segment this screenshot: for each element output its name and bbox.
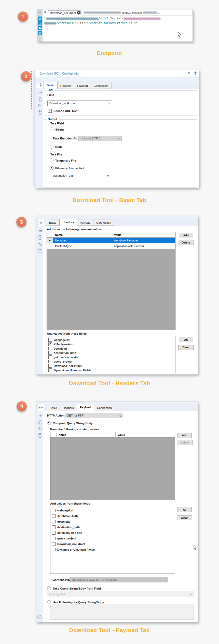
add-button[interactable]: Add bbox=[179, 233, 193, 238]
field-option-row[interactable]: X-Tableau-Auth bbox=[48, 342, 175, 346]
field-option-row[interactable]: Download_noExtract bbox=[52, 541, 175, 547]
field-option-row[interactable]: destination_path bbox=[52, 524, 175, 530]
tab-payload[interactable]: Payload bbox=[77, 220, 94, 226]
code-icon[interactable]: </> bbox=[38, 413, 43, 418]
all-button[interactable]: All bbox=[179, 337, 193, 342]
clear-field-icon[interactable]: × bbox=[77, 11, 80, 15]
delete-button[interactable]: Delete bbox=[178, 240, 194, 245]
help-icon[interactable]: ? bbox=[37, 433, 43, 438]
filename-field-dropdown[interactable]: destination_path∨ bbox=[51, 173, 111, 178]
field-checkbox[interactable] bbox=[52, 531, 56, 535]
add-button[interactable]: Add bbox=[177, 433, 192, 438]
open-folder-icon[interactable] bbox=[38, 26, 42, 30]
field-checkbox[interactable] bbox=[48, 342, 52, 346]
field-option-row[interactable]: Dynamic or Unknown Fields bbox=[48, 368, 175, 372]
row-value-cell[interactable]: workbook-filename bbox=[112, 238, 175, 243]
field-checkbox[interactable] bbox=[52, 537, 56, 540]
tab-basic[interactable]: Basic bbox=[46, 220, 59, 226]
field-option-row[interactable]: get users on a site bbox=[52, 530, 175, 536]
fx-icon[interactable]: fx bbox=[38, 17, 42, 21]
url-field-dropdown[interactable]: Download_noExtract∨ bbox=[47, 101, 112, 106]
field-checkbox[interactable] bbox=[48, 351, 52, 355]
configuration-gear-icon[interactable] bbox=[37, 404, 44, 411]
delete-button[interactable]: Delete bbox=[177, 440, 193, 445]
field-checkbox[interactable] bbox=[48, 360, 52, 363]
help-icon[interactable]: ? bbox=[37, 248, 43, 253]
field-option-row[interactable]: webpageUrl bbox=[48, 338, 175, 342]
pin-icon[interactable] bbox=[194, 71, 197, 75]
menu-icon[interactable]: ≡ bbox=[38, 10, 41, 14]
encode-url-checkbox-row[interactable]: Encode URL Text bbox=[48, 109, 77, 113]
output-field-input[interactable]: Download_noExtract bbox=[48, 10, 81, 15]
navigate-icon[interactable]: ↗ bbox=[37, 420, 43, 425]
field-option-row[interactable]: Download_noExtract bbox=[48, 364, 175, 368]
field-checkbox[interactable] bbox=[52, 520, 56, 523]
field-checkbox[interactable] bbox=[48, 347, 52, 350]
field-checkbox[interactable] bbox=[52, 542, 56, 546]
field-checkbox[interactable] bbox=[52, 525, 56, 529]
panel-grip-dots[interactable]: ... bbox=[38, 78, 41, 81]
chevron-down-icon[interactable]: ∨ bbox=[44, 10, 47, 14]
field-checkbox[interactable] bbox=[52, 509, 56, 512]
string-radio-row[interactable]: String bbox=[50, 127, 64, 131]
string-radio[interactable] bbox=[50, 127, 53, 131]
field-checkbox[interactable] bbox=[52, 548, 56, 551]
field-option-row[interactable]: download bbox=[48, 346, 175, 351]
tab-payload[interactable]: Payload bbox=[74, 83, 91, 89]
tag-icon[interactable] bbox=[37, 103, 42, 108]
table-row[interactable]: Content-Type application/octet-stream bbox=[47, 243, 175, 249]
use-following-radio-row[interactable]: Use Following for Query String/Body bbox=[47, 600, 104, 604]
code-icon[interactable]: </> bbox=[38, 228, 43, 233]
blob-radio-row[interactable]: Blob bbox=[50, 145, 62, 149]
row-value-cell[interactable]: application/octet-stream bbox=[112, 243, 175, 249]
tab-connection[interactable]: Connection bbox=[91, 83, 112, 89]
blob-radio[interactable] bbox=[50, 145, 53, 149]
tab-headers[interactable]: Headers bbox=[58, 83, 74, 89]
row-name-cell[interactable]: Content-Type bbox=[53, 243, 112, 249]
table-row[interactable]: ▶ filename workbook-filename bbox=[47, 238, 175, 243]
temporary-file-radio[interactable] bbox=[50, 159, 53, 162]
field-option-row[interactable]: destination_path bbox=[48, 351, 175, 355]
temporary-file-radio-row[interactable]: Temporary File bbox=[50, 159, 76, 162]
field-option-row[interactable]: query_project bbox=[52, 536, 175, 541]
encode-url-checkbox[interactable] bbox=[48, 109, 52, 113]
save-icon[interactable] bbox=[38, 31, 42, 35]
field-option-row[interactable]: get users on a site bbox=[48, 355, 175, 359]
field-checkbox[interactable] bbox=[48, 368, 52, 372]
navigate-icon[interactable]: ↗ bbox=[37, 235, 43, 240]
tab-connection[interactable]: Connection bbox=[93, 220, 114, 226]
clear-button[interactable]: Clear bbox=[178, 345, 194, 350]
field-option-row[interactable]: download bbox=[52, 519, 175, 524]
collapse-chevron-icon[interactable]: ∨ bbox=[188, 71, 191, 75]
clear-button[interactable]: Clear bbox=[177, 515, 192, 520]
take-query-radio[interactable] bbox=[47, 586, 51, 590]
help-icon[interactable]: ? bbox=[37, 110, 42, 115]
configuration-gear-icon[interactable] bbox=[37, 81, 44, 88]
field-checkbox[interactable] bbox=[48, 355, 52, 359]
configuration-gear-icon[interactable] bbox=[37, 219, 44, 226]
code-icon[interactable]: </> bbox=[38, 90, 43, 95]
http-action-dropdown[interactable]: GET (or FTP)∨ bbox=[65, 413, 123, 418]
field-checkbox[interactable] bbox=[48, 364, 52, 368]
variables-icon[interactable]: χ bbox=[38, 21, 42, 25]
compose-radio[interactable] bbox=[47, 421, 51, 425]
field-checkbox[interactable] bbox=[48, 338, 52, 342]
field-option-row[interactable]: X-Tableau-Auth bbox=[52, 513, 175, 519]
all-button[interactable]: All bbox=[177, 507, 192, 512]
use-following-radio[interactable] bbox=[47, 600, 51, 604]
field-option-row[interactable]: query_project bbox=[48, 359, 175, 364]
field-option-row[interactable]: webpageUrl bbox=[52, 508, 175, 513]
filename-from-field-radio[interactable] bbox=[50, 166, 53, 170]
compose-radio-row[interactable]: Compose Query String/Body bbox=[47, 421, 93, 425]
tab-headers[interactable]: Headers bbox=[60, 405, 77, 411]
filename-from-field-radio-row[interactable]: Filename from a Field bbox=[50, 166, 85, 170]
tag-icon[interactable] bbox=[37, 426, 43, 431]
tag-icon[interactable] bbox=[37, 241, 43, 247]
row-name-cell[interactable]: filename bbox=[53, 238, 112, 243]
field-option-row[interactable]: Dynamic or Unknown Fields bbox=[52, 547, 175, 552]
take-query-radio-row[interactable]: Take Query String/Body from Field bbox=[47, 586, 101, 590]
tab-headers[interactable]: Headers bbox=[59, 219, 77, 226]
tab-connection[interactable]: Connection bbox=[94, 405, 115, 411]
field-checkbox[interactable] bbox=[52, 514, 56, 518]
tab-payload[interactable]: Payload bbox=[77, 404, 94, 411]
